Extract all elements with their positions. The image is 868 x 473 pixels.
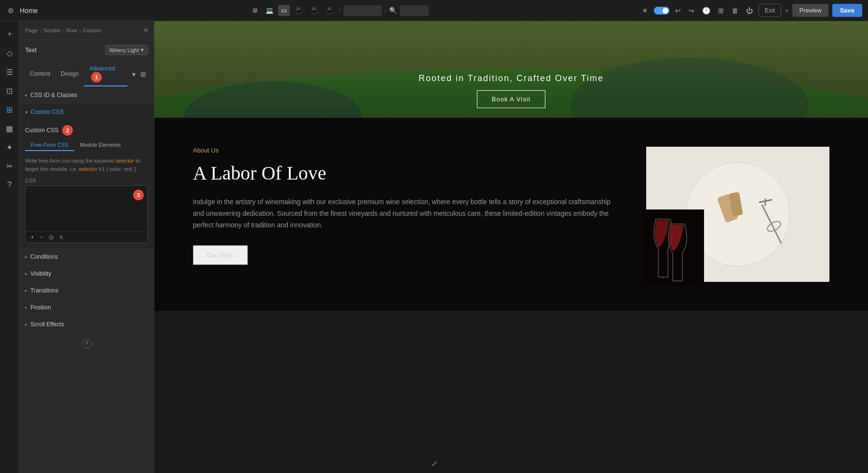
module-btn[interactable]: ⊞ (3, 102, 15, 117)
about-body: Indulge in the artistry of winemaking wi… (193, 196, 617, 231)
add-element-btn[interactable]: ＋ (3, 26, 16, 42)
step-badge-2: 2 (62, 125, 73, 136)
device-icons: 🖥 💻 ▭ 📱 📱 📱 (249, 5, 336, 16)
custom-css-body: Custom CSS 2 Free-Form CSS Module Elemen… (19, 120, 154, 248)
position-header[interactable]: ▸ Position (19, 299, 154, 316)
preset-label: Winery Light (109, 47, 139, 53)
mobile-small-btn[interactable]: 📱 (323, 5, 336, 16)
sidebar-header: Page › Section › Row › Column × (19, 21, 154, 40)
conditions-header[interactable]: ▸ Conditions (19, 249, 154, 265)
topbar-center: 🖥 💻 ▭ 📱 📱 📱 | 1388px | 🔍 100% (41, 5, 636, 16)
css-id-classes-section: ▸ CSS ID & Classes (19, 87, 154, 104)
tab-content[interactable]: Content (25, 68, 55, 81)
css-textarea[interactable] (26, 186, 148, 231)
position-arrow-icon: ▸ (25, 305, 27, 310)
sidebar-close-btn[interactable]: × (144, 26, 148, 35)
tools-btn[interactable]: ✂ (3, 159, 15, 174)
css-editor[interactable]: 3 ✦ + ⏻ ⇅ (25, 185, 148, 243)
power-btn[interactable]: ⏻ (744, 5, 755, 16)
separator2: | (385, 8, 386, 13)
topbar: ⚙ Home 🖥 💻 ▭ 📱 📱 📱 | 1388px | 🔍 100% ☀ ↩… (0, 0, 868, 21)
preset-chevron-icon: ▾ (141, 47, 144, 53)
sidebar: Page › Section › Row › Column × Text Win… (19, 21, 154, 473)
step-badge-1: 1 (91, 72, 102, 83)
tab-expand-icon[interactable]: ⊞ (138, 69, 148, 80)
scroll-effects-header[interactable]: ▸ Scroll Effects (19, 316, 154, 333)
custom-css-arrow-icon: ▾ (25, 110, 27, 115)
tablet-landscape-btn[interactable]: ▭ (278, 5, 290, 16)
about-tag: About Us (193, 147, 617, 154)
preview-button[interactable]: Preview (792, 4, 828, 17)
exit-button[interactable]: Exit (759, 4, 782, 17)
help-btn[interactable]: ? (4, 178, 14, 192)
element-type-label: Text (25, 46, 101, 54)
desktop-btn[interactable]: 🖥 (249, 5, 261, 16)
search-icon: 🔍 (389, 7, 397, 14)
topbar-left: ⚙ Home (6, 5, 38, 16)
undo-btn[interactable]: ↩ (673, 5, 683, 16)
css-id-arrow-icon: ▸ (25, 93, 27, 97)
hero-section: Rooted in Tradition, Crafted Over Time B… (154, 21, 868, 118)
css-editor-label: CSS (25, 178, 148, 183)
preset-selector[interactable]: Winery Light ▾ (105, 45, 148, 55)
ai-tool-btn[interactable]: ✦ (28, 234, 36, 241)
sep3: › (79, 28, 81, 33)
selector-keyword[interactable]: selector (115, 158, 134, 164)
sub-tab-module[interactable]: Module Elements (74, 139, 127, 151)
selector-example: selector (79, 166, 97, 172)
conditions-arrow-icon: ▸ (25, 254, 27, 259)
laptop-btn[interactable]: 💻 (263, 5, 276, 16)
transitions-header[interactable]: ▸ Transitions (19, 282, 154, 299)
canvas[interactable]: Rooted in Tradition, Crafted Over Time B… (154, 21, 868, 473)
transitions-section: ▸ Transitions (19, 282, 154, 299)
theme-toggle[interactable] (654, 7, 669, 14)
gear-button[interactable]: ⚙ (6, 5, 16, 16)
sub-tab-freeform[interactable]: Free-Form CSS (25, 139, 74, 151)
breadcrumb-row[interactable]: Row (67, 28, 77, 33)
sun-icon-btn[interactable]: ☀ (640, 5, 650, 16)
about-left: About Us A Labor Of Love Indulge in the … (193, 147, 617, 265)
about-title: A Labor Of Love (193, 162, 617, 185)
add-tool-btn[interactable]: + (38, 234, 45, 241)
step-badge-3: 3 (133, 190, 144, 200)
power-tool-btn[interactable]: ⏻ (47, 234, 55, 241)
sidebar-title-row: Text Winery Light ▾ (19, 40, 154, 58)
sort-tool-btn[interactable]: ⇅ (57, 234, 65, 241)
apps-btn[interactable]: ✦ (3, 140, 15, 155)
trash-btn[interactable]: 🗑 (730, 5, 740, 16)
tab-more-icon[interactable]: ▾ (130, 69, 137, 80)
css-id-classes-header[interactable]: ▸ CSS ID & Classes (19, 87, 154, 103)
about-cta-button[interactable]: Our Story (193, 245, 248, 265)
tab-advanced[interactable]: Advanced 1 (84, 62, 127, 86)
about-right (646, 147, 829, 282)
tablet-btn[interactable]: 📱 (292, 5, 305, 16)
collapse-handle[interactable]: ⤢ (431, 459, 437, 468)
mobile-btn[interactable]: 📱 (307, 5, 321, 16)
shapes-btn[interactable]: ◇ (4, 46, 15, 61)
media-btn[interactable]: ▦ (3, 121, 16, 136)
breadcrumb-page[interactable]: Page (25, 28, 38, 33)
breadcrumb-section[interactable]: Section (43, 28, 61, 33)
visibility-header[interactable]: ▸ Visibility (19, 265, 154, 282)
save-button[interactable]: Save (832, 4, 862, 17)
breadcrumb-column[interactable]: Column (82, 28, 101, 33)
tabs-row: Content Design Advanced 1 ▾ ⊞ (19, 58, 154, 87)
scroll-effects-arrow-icon: ▸ (25, 322, 27, 327)
tab-design[interactable]: Design (56, 68, 83, 81)
custom-css-header[interactable]: ▾ Custom CSS (19, 104, 154, 120)
width-input[interactable]: 1388px (343, 5, 382, 16)
visibility-label: Visibility (30, 270, 51, 277)
history-btn[interactable]: 🕐 (700, 5, 712, 16)
zoom-input[interactable]: 100% (400, 5, 429, 16)
position-label: Position (30, 304, 51, 311)
separator: | (339, 8, 340, 13)
layers-btn[interactable]: ⊡ (3, 83, 15, 98)
sep1: › (40, 28, 41, 33)
main-area: ＋ ◇ ☰ ⊡ ⊞ ▦ ✦ ✂ ? Page › Section › Row ›… (0, 21, 868, 473)
redo-btn[interactable]: ↪ (687, 5, 696, 16)
settings-btn[interactable]: ☰ (3, 65, 16, 80)
home-label: Home (20, 7, 38, 14)
help-icon[interactable]: ? (82, 339, 92, 348)
hero-cta-button[interactable]: Book A Visit (477, 90, 545, 108)
layout-btn[interactable]: ⊞ (716, 5, 726, 16)
